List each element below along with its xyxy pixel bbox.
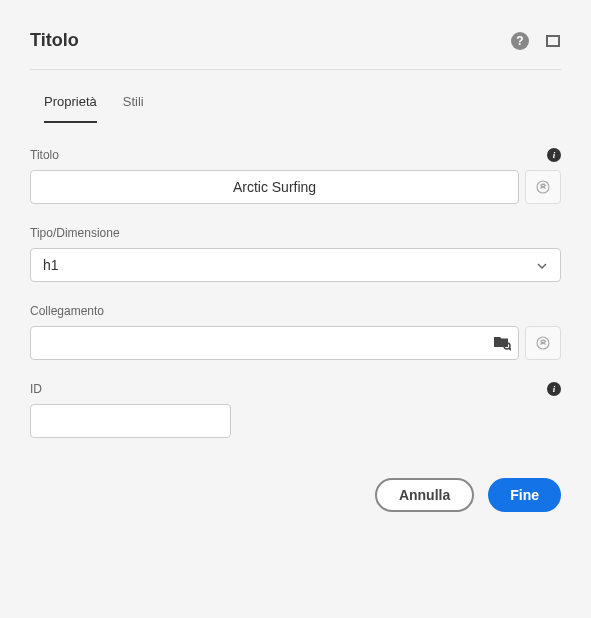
form: Titolo i Tipo/Dimensione h1 (30, 148, 561, 438)
title-component-dialog: Titolo ? Proprietà Stili Titolo i (30, 30, 561, 512)
field-title: Titolo i (30, 148, 561, 204)
field-id: ID i (30, 382, 561, 438)
field-link: Collegamento (30, 304, 561, 360)
info-icon[interactable]: i (547, 148, 561, 162)
chevron-down-icon (536, 259, 548, 271)
info-icon-id[interactable]: i (547, 382, 561, 396)
data-layer-icon-link[interactable] (525, 326, 561, 360)
tabs: Proprietà Stili (30, 94, 561, 124)
cancel-button[interactable]: Annulla (375, 478, 474, 512)
help-icon[interactable]: ? (511, 32, 529, 50)
dialog-title: Titolo (30, 30, 79, 51)
svg-rect-0 (547, 36, 559, 46)
field-type: Tipo/Dimensione h1 (30, 226, 561, 282)
header-actions: ? (511, 32, 561, 50)
dialog-footer: Annulla Fine (30, 478, 561, 512)
title-label: Titolo (30, 148, 59, 162)
fullscreen-icon[interactable] (545, 33, 561, 49)
link-label: Collegamento (30, 304, 104, 318)
link-input[interactable] (30, 326, 519, 360)
type-select[interactable]: h1 (30, 248, 561, 282)
svg-line-3 (509, 348, 511, 350)
data-layer-icon[interactable] (525, 170, 561, 204)
id-input[interactable] (30, 404, 231, 438)
tab-styles[interactable]: Stili (123, 94, 144, 123)
done-button[interactable]: Fine (488, 478, 561, 512)
browse-icon[interactable] (493, 335, 511, 351)
type-label: Tipo/Dimensione (30, 226, 120, 240)
dialog-header: Titolo ? (30, 30, 561, 70)
title-input[interactable] (30, 170, 519, 204)
id-label: ID (30, 382, 42, 396)
type-value: h1 (43, 257, 59, 273)
tab-properties[interactable]: Proprietà (44, 94, 97, 123)
